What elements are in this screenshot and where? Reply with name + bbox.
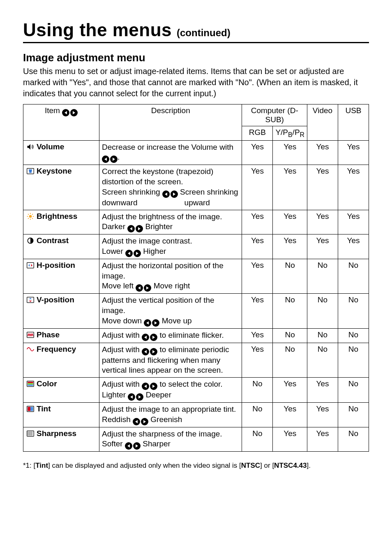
- left-right-arrows-icon: [133, 418, 148, 425]
- left-right-arrows-icon: [128, 393, 143, 401]
- ypbpr-value: No: [273, 328, 307, 343]
- table-row: PhaseAdjust with to eliminate flicker.Ye…: [23, 328, 369, 343]
- ypbpr-value: Yes: [273, 140, 307, 165]
- left-right-arrows-icon: [125, 250, 141, 257]
- header-usb: USB: [338, 104, 369, 141]
- description-text: Higher: [141, 247, 166, 255]
- svg-rect-12: [27, 262, 34, 268]
- description-cell: Adjust with to select the color.Lighter …: [99, 378, 242, 403]
- description-cell: Adjust the vertical position of the imag…: [99, 294, 242, 328]
- page-title-row: Using the menus (continued): [23, 20, 369, 43]
- table-row: ColorAdjust with to select the color.Lig…: [23, 378, 369, 403]
- left-right-arrows-icon: [127, 225, 143, 232]
- ypbpr-value: Yes: [273, 403, 307, 427]
- description-text: to eliminate flicker.: [157, 331, 224, 339]
- video-value: No: [307, 343, 338, 377]
- usb-value: No: [338, 403, 369, 427]
- description-text: Adjust the vertical position of the imag…: [102, 296, 214, 315]
- description-cell: Adjust with to eliminate periodic patter…: [99, 343, 242, 377]
- volume-icon: [26, 143, 35, 151]
- item-cell: Color: [23, 378, 99, 403]
- item-cell: V-position: [23, 294, 99, 328]
- header-description: Description: [99, 104, 242, 141]
- table-row: FrequencyAdjust with to eliminate period…: [23, 343, 369, 377]
- header-dsub: Computer (D-SUB): [242, 104, 307, 126]
- usb-value: No: [338, 259, 369, 293]
- header-video: Video: [307, 104, 338, 141]
- description-text: Move down: [102, 316, 144, 325]
- table-row: H-positionAdjust the horizontal position…: [23, 259, 369, 293]
- left-right-arrows-icon: [144, 319, 159, 327]
- svg-marker-1: [29, 169, 32, 173]
- ypbpr-value: Yes: [273, 165, 307, 210]
- svg-marker-13: [28, 264, 30, 267]
- svg-rect-30: [31, 432, 32, 436]
- video-value: No: [307, 328, 338, 343]
- svg-rect-21: [28, 383, 33, 384]
- item-label: Volume: [37, 142, 64, 151]
- svg-line-9: [28, 218, 29, 219]
- video-value: Yes: [307, 210, 338, 234]
- video-value: No: [307, 259, 338, 293]
- page-title: Using the menus: [23, 20, 172, 40]
- usb-value: No: [338, 294, 369, 328]
- video-value: Yes: [307, 403, 338, 427]
- header-ypbpr: Y/PB/PR: [273, 126, 307, 141]
- item-cell: Volume: [23, 140, 99, 165]
- description-text: Lighter: [102, 390, 128, 399]
- table-row: VolumeDecrease or increase the Volume wi…: [23, 140, 369, 165]
- usb-value: Yes: [338, 165, 369, 210]
- svg-rect-22: [28, 385, 33, 386]
- item-label: Frequency: [37, 345, 76, 353]
- svg-rect-28: [29, 432, 30, 436]
- description-text: Move right: [151, 281, 190, 290]
- item-cell: H-position: [23, 259, 99, 293]
- left-right-arrows-icon: [162, 190, 178, 198]
- image-adjustment-table: Item Description Computer (D-SUB) Video …: [23, 104, 369, 452]
- ypbpr-value: Yes: [273, 234, 307, 259]
- ypbpr-value: No: [273, 259, 307, 293]
- svg-line-8: [32, 218, 33, 219]
- item-cell: Frequency: [23, 343, 99, 377]
- usb-value: No: [338, 328, 369, 343]
- page-title-continued: (continued): [177, 27, 231, 39]
- description-text: Move up: [159, 316, 191, 325]
- left-right-arrows-icon: [142, 334, 157, 341]
- item-label: Sharpness: [37, 429, 76, 438]
- description-text: Softer: [102, 439, 125, 448]
- table-header-row-1: Item Description Computer (D-SUB) Video …: [23, 104, 369, 126]
- item-cell: Contrast: [23, 234, 99, 259]
- header-item: Item: [23, 104, 99, 141]
- rgb-value: Yes: [242, 234, 273, 259]
- item-label: V-position: [37, 295, 74, 304]
- ypbpr-value: Yes: [273, 210, 307, 234]
- svg-point-2: [29, 215, 32, 218]
- rgb-value: Yes: [242, 343, 273, 377]
- brightness-icon: [26, 212, 35, 220]
- svg-marker-16: [29, 298, 32, 299]
- table-row: SharpnessAdjust the sharpness of the ima…: [23, 427, 369, 452]
- table-row: V-positionAdjust the vertical position o…: [23, 294, 369, 328]
- left-right-arrows-icon: [142, 348, 157, 355]
- description-text: Sharper: [141, 439, 171, 448]
- item-label: Brightness: [37, 212, 77, 220]
- header-item-text: Item: [45, 106, 60, 115]
- section-intro: Use this menu to set or adjust image-rel…: [23, 66, 369, 99]
- rgb-value: Yes: [242, 140, 273, 165]
- item-cell: Tint: [23, 403, 99, 427]
- description-cell: Adjust the brightness of the image.Darke…: [99, 210, 242, 234]
- usb-value: No: [338, 343, 369, 377]
- ypbpr-value: Yes: [273, 427, 307, 452]
- description-cell: Adjust with to eliminate flicker.: [99, 328, 242, 343]
- video-value: Yes: [307, 378, 338, 403]
- svg-rect-29: [30, 432, 30, 436]
- rgb-value: Yes: [242, 165, 273, 210]
- usb-value: Yes: [338, 140, 369, 165]
- description-text: Lower: [102, 247, 125, 255]
- description-text: Adjust with: [102, 345, 142, 354]
- video-value: No: [307, 294, 338, 328]
- tint-icon: [26, 405, 35, 413]
- svg-marker-17: [29, 301, 32, 302]
- svg-rect-24: [28, 407, 30, 411]
- item-cell: Brightness: [23, 210, 99, 234]
